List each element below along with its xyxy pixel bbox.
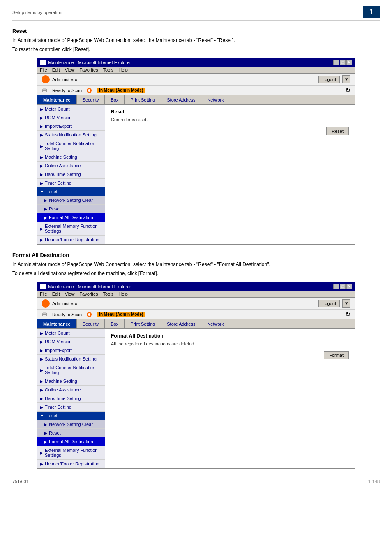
menu-view-1[interactable]: View (65, 67, 75, 72)
browser-window-1: Maintenance - Microsoft Internet Explore… (37, 58, 355, 245)
arrow-icon: ▶ (40, 348, 43, 353)
admin-name-text-1: Administrator (52, 77, 79, 82)
footer-page-number: 1-148 (368, 479, 380, 484)
help-button-1[interactable]: ? (342, 75, 350, 83)
tab-security-1[interactable]: Security (77, 95, 105, 104)
format-button[interactable]: Format (324, 351, 349, 359)
sidebar-item-rom-version-1[interactable]: ▶ROM Version (37, 113, 105, 122)
sidebar-item-import-export-1[interactable]: ▶Import/Export (37, 122, 105, 131)
logout-button-2[interactable]: Logout (318, 300, 340, 307)
minimize-button-1[interactable]: _ (333, 60, 339, 65)
sidebar-item-machine-setting-1[interactable]: ▶Machine Setting (37, 153, 105, 162)
titlebar-buttons-1[interactable]: _ □ ✕ (333, 60, 352, 65)
menu-tools-2[interactable]: Tools (103, 291, 114, 296)
sidebar-item-format-all-2[interactable]: ▶Format All Destination (37, 437, 105, 446)
tab-security-2[interactable]: Security (77, 319, 105, 328)
content-title-1: Reset (111, 109, 349, 115)
admin-avatar-1 (42, 75, 50, 83)
menu-view-2[interactable]: View (65, 291, 75, 296)
settings-icon-2 (86, 311, 92, 318)
footer-doc-number: 751/601 (12, 479, 29, 484)
content-desc-1: Controller is reset. (111, 117, 349, 122)
sidebar-item-datetime-1[interactable]: ▶Date/Time Setting (37, 170, 105, 179)
reset-button[interactable]: Reset (326, 127, 349, 135)
close-button-2[interactable]: ✕ (346, 284, 352, 289)
menu-tools-1[interactable]: Tools (103, 67, 114, 72)
page-footer: 751/601 1-148 (12, 477, 380, 484)
tab-maintenance-1[interactable]: Maintenance (37, 95, 77, 104)
refresh-icon-2[interactable]: ↻ (345, 310, 350, 318)
tab-maintenance-2[interactable]: Maintenance (37, 319, 77, 328)
tab-print-setting-1[interactable]: Print Setting (125, 95, 161, 104)
menu-favorites-1[interactable]: Favorites (79, 67, 98, 72)
sidebar-item-external-memory-1[interactable]: ▶External Memory Function Settings (37, 222, 105, 236)
logout-button-1[interactable]: Logout (318, 76, 340, 83)
sidebar-item-status-notification-1[interactable]: ▶Status Notification Setting (37, 131, 105, 139)
sidebar-item-meter-count-1[interactable]: ▶Meter Count (37, 105, 105, 113)
tab-box-1[interactable]: Box (105, 95, 125, 104)
svg-rect-2 (43, 91, 46, 93)
menu-help-1[interactable]: Help (118, 67, 128, 72)
status-left-1: Ready to Scan In Menu (Admin Mode) (42, 87, 145, 94)
sidebar-item-network-clear-1[interactable]: ▶Network Setting Clear (37, 196, 105, 205)
sidebar-item-machine-setting-2[interactable]: ▶Machine Setting (37, 377, 105, 386)
sidebar-1: ▶Meter Count ▶ROM Version ▶Import/Export… (37, 105, 105, 244)
sidebar-item-reset-sub-1[interactable]: ▶Reset (37, 205, 105, 213)
sidebar-item-header-footer-1[interactable]: ▶Header/Footer Registration (37, 236, 105, 244)
section2-desc2: To delete all destinations registered on… (12, 270, 380, 277)
tab-store-address-2[interactable]: Store Address (161, 319, 201, 328)
sidebar-item-reset-group-1[interactable]: ▼Reset (37, 187, 105, 196)
menu-file-1[interactable]: File (40, 67, 47, 72)
arrow-icon: ▶ (40, 107, 43, 111)
sidebar-item-external-memory-2[interactable]: ▶External Memory Function Settings (37, 446, 105, 460)
sidebar-item-status-notification-2[interactable]: ▶Status Notification Setting (37, 355, 105, 363)
nav-tabs-1: Maintenance Security Box Print Setting S… (37, 95, 355, 105)
minimize-button-2[interactable]: _ (333, 284, 339, 289)
tab-store-address-1[interactable]: Store Address (161, 95, 201, 104)
svg-rect-6 (43, 312, 46, 314)
svg-point-9 (88, 313, 90, 316)
close-button-1[interactable]: ✕ (346, 60, 352, 65)
sidebar-item-header-footer-2[interactable]: ▶Header/Footer Registration (37, 460, 105, 468)
sidebar-item-reset-sub-2[interactable]: ▶Reset (37, 429, 105, 437)
sidebar-item-reset-group-2[interactable]: ▼Reset (37, 412, 105, 420)
menu-help-2[interactable]: Help (118, 291, 128, 296)
menu-file-2[interactable]: File (40, 291, 47, 296)
sidebar-item-network-clear-2[interactable]: ▶Network Setting Clear (37, 420, 105, 429)
restore-button-1[interactable]: □ (340, 60, 346, 65)
arrow-icon: ▶ (40, 155, 43, 160)
sidebar-item-rom-version-2[interactable]: ▶ROM Version (37, 338, 105, 346)
sidebar-item-total-counter-2[interactable]: ▶Total Counter Notification Setting (37, 363, 105, 377)
tab-box-2[interactable]: Box (105, 319, 125, 328)
section2-title: Format All Destination (12, 252, 380, 258)
content-desc-2: All the registered destinations are dele… (111, 341, 349, 346)
arrow-icon: ▶ (40, 340, 43, 344)
admin-actions-2[interactable]: Logout ? (318, 299, 350, 308)
menu-favorites-2[interactable]: Favorites (79, 291, 98, 296)
page-number-box: 1 (363, 6, 380, 18)
titlebar-buttons-2[interactable]: _ □ ✕ (333, 284, 352, 289)
arrow-icon: ▶ (40, 124, 43, 129)
sidebar-item-online-assistance-2[interactable]: ▶Online Assistance (37, 386, 105, 394)
help-button-2[interactable]: ? (342, 299, 350, 308)
sidebar-item-online-assistance-1[interactable]: ▶Online Assistance (37, 162, 105, 170)
admin-info-1: Administrator (42, 75, 79, 83)
refresh-icon-1[interactable]: ↻ (345, 86, 350, 94)
sidebar-item-format-all-1[interactable]: ▶Format All Destination (37, 213, 105, 222)
arrow-icon: ▶ (44, 439, 47, 444)
sidebar-item-timer-2[interactable]: ▶Timer Setting (37, 403, 105, 412)
restore-button-2[interactable]: □ (340, 284, 346, 289)
tab-network-2[interactable]: Network (201, 319, 230, 328)
tab-network-1[interactable]: Network (201, 95, 230, 104)
sidebar-item-total-counter-1[interactable]: ▶Total Counter Notification Setting (37, 139, 105, 153)
sidebar-item-datetime-2[interactable]: ▶Date/Time Setting (37, 394, 105, 403)
arrow-icon: ▶ (40, 172, 43, 177)
menu-edit-2[interactable]: Edit (52, 291, 60, 296)
sidebar-item-import-export-2[interactable]: ▶Import/Export (37, 346, 105, 355)
sidebar-item-timer-1[interactable]: ▶Timer Setting (37, 179, 105, 187)
tab-print-setting-2[interactable]: Print Setting (125, 319, 161, 328)
arrow-down-icon: ▼ (40, 414, 44, 418)
sidebar-item-meter-count-2[interactable]: ▶Meter Count (37, 329, 105, 338)
admin-actions-1[interactable]: Logout ? (318, 75, 350, 83)
menu-edit-1[interactable]: Edit (52, 67, 60, 72)
